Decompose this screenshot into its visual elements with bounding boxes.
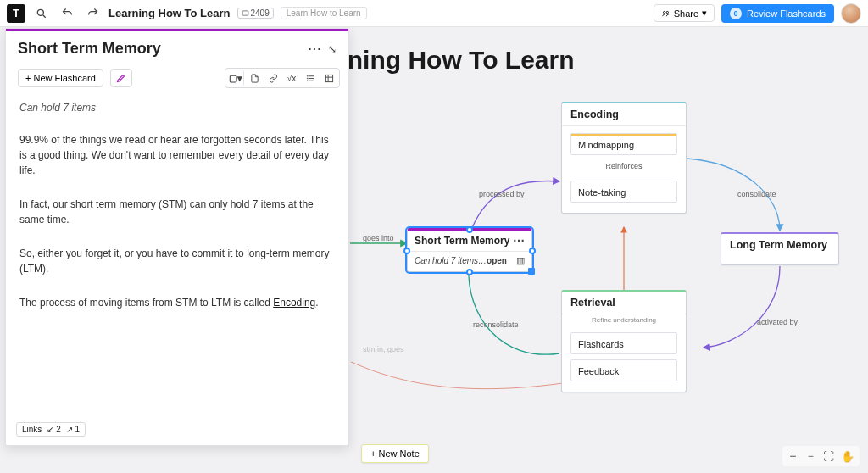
- node-long-term-memory[interactable]: Long Term Memory: [721, 232, 839, 265]
- node-retrieval[interactable]: Retrieval Refine understanding Flashcard…: [561, 290, 687, 392]
- svg-point-16: [307, 80, 308, 81]
- note-paragraph: In fact, our short term memory (STM) can…: [19, 197, 335, 227]
- insert-list-icon[interactable]: [302, 70, 319, 86]
- note-title[interactable]: Short Term Memory: [18, 40, 161, 58]
- resize-handle-bottom[interactable]: [466, 269, 473, 275]
- chevron-down-icon: ▾: [702, 8, 707, 19]
- image-icon[interactable]: ▥: [516, 255, 525, 266]
- svg-text:activated by: activated by: [757, 318, 798, 326]
- topbar: T Learning How To Learn 2409 Learn How t…: [0, 0, 868, 27]
- fit-screen-icon[interactable]: ⛶: [823, 450, 834, 463]
- node-stm-title: Short Term Memory: [415, 235, 509, 247]
- svg-text:stm in, goes: stm in, goes: [363, 345, 404, 353]
- review-count-badge: 0: [730, 8, 742, 19]
- zoom-controls: ＋ － ⛶ ✋: [782, 446, 860, 466]
- insert-toolbar: ▢▾ √x: [225, 68, 340, 88]
- svg-text:goes into: goes into: [363, 234, 394, 242]
- insert-link-icon[interactable]: [264, 70, 281, 86]
- svg-text:reconsolidate: reconsolidate: [473, 320, 519, 329]
- note-paragraph: The process of moving items from STM to …: [19, 295, 335, 310]
- node-encoding-sub-notetaking[interactable]: Note-taking: [570, 181, 677, 203]
- links-chip[interactable]: Links ↙ 2 ↗ 1: [16, 422, 86, 437]
- svg-point-4: [666, 11, 668, 13]
- insert-file-icon[interactable]: [246, 70, 263, 86]
- svg-point-0: [37, 9, 43, 15]
- svg-point-14: [307, 75, 308, 76]
- zoom-out-icon[interactable]: －: [805, 448, 816, 464]
- node-stm-preview: Can hold 7 items…open: [415, 256, 507, 265]
- doc-title[interactable]: Learning How To Learn: [108, 7, 231, 19]
- zoom-in-icon[interactable]: ＋: [787, 448, 798, 464]
- svg-text:processed by: processed by: [479, 190, 525, 198]
- node-ltm-title: Long Term Memory: [721, 234, 838, 256]
- breadcrumb-chip[interactable]: Learn How to Learn: [281, 7, 367, 19]
- svg-rect-2: [242, 11, 248, 15]
- redo-icon[interactable]: [83, 4, 102, 23]
- node-encoding-sub-mindmapping[interactable]: Mindmapping: [570, 133, 677, 155]
- insert-equation-icon[interactable]: √x: [283, 70, 300, 86]
- share-button[interactable]: Share▾: [654, 4, 715, 22]
- note-menu-icon[interactable]: ⋯: [308, 41, 321, 57]
- new-note-button[interactable]: + New Note: [361, 444, 429, 463]
- note-editor-panel: Short Term Memory ⋯ ⤡ + New Flashcard ▢▾…: [5, 28, 349, 446]
- links-incoming: ↙ 2: [47, 425, 60, 434]
- resize-handle-corner[interactable]: [528, 268, 535, 275]
- node-retrieval-sub-feedback[interactable]: Feedback: [570, 359, 677, 381]
- edge-label-reinforces: Reinforces: [562, 159, 686, 174]
- search-icon[interactable]: [32, 4, 51, 23]
- node-encoding[interactable]: Encoding Mindmapping Reinforces Note-tak…: [561, 102, 687, 214]
- node-encoding-title: Encoding: [562, 103, 686, 126]
- svg-point-15: [307, 78, 308, 79]
- resize-handle-right[interactable]: [529, 248, 536, 254]
- node-retrieval-sub-flashcards[interactable]: Flashcards: [570, 332, 677, 354]
- encoding-link[interactable]: Encoding: [273, 297, 315, 309]
- add-block-icon[interactable]: ▢▾: [227, 70, 244, 86]
- note-paragraph: 99.9% of the things we read or hear are …: [19, 132, 335, 178]
- word-count-badge: 2409: [237, 8, 274, 19]
- new-flashcard-button[interactable]: + New Flashcard: [18, 69, 103, 87]
- review-flashcards-button[interactable]: 0Review Flashcards: [721, 4, 834, 23]
- node-short-term-memory[interactable]: Short Term Memory⋯ Can hold 7 items…open…: [407, 228, 532, 272]
- pan-hand-icon[interactable]: ✋: [841, 450, 854, 463]
- note-body[interactable]: Can hold 7 items 99.9% of the things we …: [6, 97, 348, 416]
- svg-text:consolidate: consolidate: [737, 190, 776, 198]
- svg-rect-17: [326, 75, 332, 81]
- node-menu-icon[interactable]: ⋯: [513, 238, 525, 244]
- highlight-color-icon[interactable]: [110, 69, 132, 87]
- node-retrieval-title: Retrieval: [562, 292, 686, 314]
- note-lead: Can hold 7 items: [19, 100, 335, 115]
- avatar[interactable]: [841, 3, 861, 24]
- editor-toolbar: + New Flashcard ▢▾ √x: [6, 64, 348, 97]
- edge-label-refine: Refine understanding: [562, 314, 686, 326]
- collapse-panel-icon[interactable]: ⤡: [328, 43, 337, 55]
- undo-icon[interactable]: [58, 4, 76, 23]
- links-outgoing: ↗ 1: [66, 425, 80, 434]
- svg-point-3: [663, 11, 665, 13]
- resize-handle-left[interactable]: [403, 248, 410, 254]
- app-logo[interactable]: T: [7, 4, 25, 23]
- resize-handle-top[interactable]: [466, 226, 473, 233]
- svg-line-1: [43, 14, 46, 17]
- note-paragraph: So, either you forget it, or you have to…: [19, 246, 335, 276]
- insert-table-icon[interactable]: [320, 70, 337, 86]
